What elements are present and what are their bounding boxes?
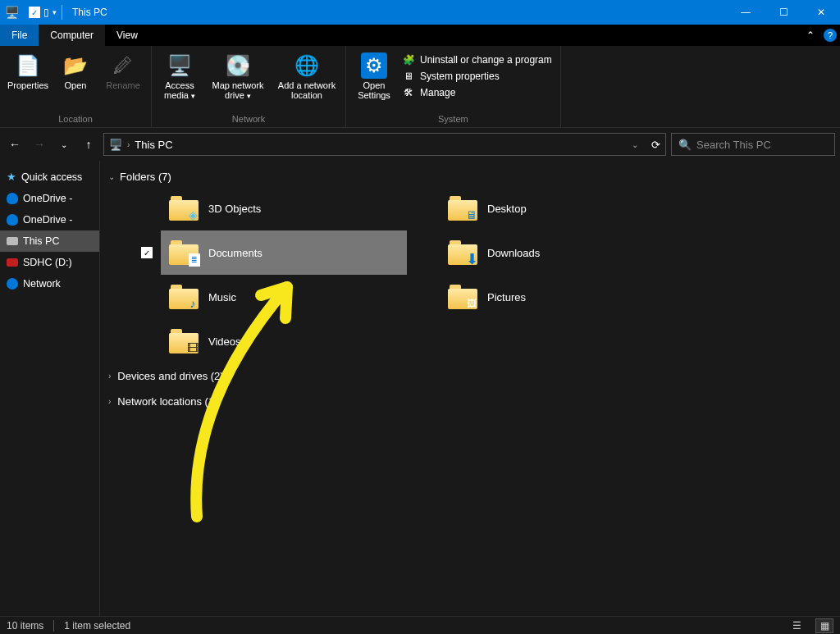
uninstall-program-button[interactable]: 🧩 Uninstall or change a program bbox=[399, 52, 555, 67]
close-button[interactable]: ✕ bbox=[802, 0, 840, 25]
sidebar-label: Network bbox=[23, 278, 61, 290]
manage-button[interactable]: 🛠 Manage bbox=[399, 85, 555, 100]
folder-label: Pictures bbox=[487, 291, 526, 303]
folder-icon: ⬇ bbox=[448, 240, 477, 265]
selection-checkbox[interactable]: ✓ bbox=[141, 247, 153, 258]
group-network-label: Network locations (1) bbox=[117, 395, 217, 408]
group-folders[interactable]: ⌄ Folders (7) bbox=[103, 167, 837, 186]
recent-locations-button[interactable]: ⌄ bbox=[54, 135, 74, 154]
refresh-button[interactable]: ⟳ bbox=[651, 139, 660, 151]
navigation-row: ← → ⌄ ↑ 🖥️ › This PC ⌄ ⟳ 🔍 Search This P… bbox=[0, 128, 840, 161]
folder-3d-objects[interactable]: ◈ 3D Objects bbox=[161, 186, 407, 230]
tab-computer[interactable]: Computer bbox=[39, 25, 105, 46]
sd-card-icon bbox=[7, 258, 18, 267]
tiles-view-button[interactable]: ▦ bbox=[815, 618, 833, 633]
folder-label: Videos bbox=[208, 335, 241, 348]
sidebar-label: SDHC (D:) bbox=[23, 257, 72, 268]
minimize-button[interactable]: — bbox=[727, 0, 765, 25]
manage-label: Manage bbox=[420, 87, 455, 98]
up-button[interactable]: ↑ bbox=[79, 135, 98, 154]
properties-label: Properties bbox=[7, 80, 48, 90]
sidebar-label: This PC bbox=[23, 235, 59, 247]
open-button[interactable]: 📂 Open bbox=[52, 49, 98, 94]
manage-icon: 🛠 bbox=[402, 86, 415, 99]
properties-button[interactable]: 📄 Properties bbox=[5, 49, 51, 94]
rename-label: Rename bbox=[106, 80, 140, 90]
star-icon: ★ bbox=[7, 171, 16, 183]
navigation-pane: ★ Quick access OneDrive - OneDrive - Thi… bbox=[0, 161, 100, 616]
status-selected-count: 1 item selected bbox=[64, 620, 130, 632]
cloud-icon bbox=[7, 193, 18, 204]
help-button[interactable]: ? bbox=[820, 25, 840, 46]
open-icon: 📂 bbox=[62, 52, 89, 79]
folder-label: 3D Objects bbox=[208, 203, 261, 215]
collapse-ribbon-button[interactable]: ⌃ bbox=[801, 25, 820, 46]
status-bar: 10 items 1 item selected ☰ ▦ bbox=[0, 616, 840, 634]
search-icon: 🔍 bbox=[678, 139, 692, 151]
system-properties-label: System properties bbox=[420, 71, 500, 82]
settings-icon: ⚙ bbox=[361, 52, 387, 79]
qat-folder-icon[interactable]: ▯ bbox=[43, 7, 49, 18]
folder-music[interactable]: ♪ Music bbox=[161, 275, 407, 319]
folder-pictures[interactable]: 🖼 Pictures bbox=[440, 275, 686, 319]
address-pc-icon: 🖥️ bbox=[109, 139, 122, 151]
group-label-network: Network bbox=[157, 112, 340, 125]
maximize-button[interactable]: ☐ bbox=[765, 0, 802, 25]
folder-icon: 🎞 bbox=[169, 329, 199, 353]
folder-icon: 🖼 bbox=[448, 285, 477, 309]
rename-icon: 🖉 bbox=[110, 52, 136, 79]
ribbon-tabs: File Computer View ⌃ ? bbox=[0, 25, 840, 46]
chevron-down-icon: ⌄ bbox=[108, 172, 115, 181]
qat-checkbox-icon[interactable]: ✓ bbox=[29, 7, 40, 18]
add-network-location-button[interactable]: 🌐 Add a network location bbox=[273, 49, 340, 103]
chevron-right-icon: › bbox=[108, 397, 111, 406]
sidebar-item-this-pc[interactable]: This PC bbox=[0, 230, 99, 252]
back-button[interactable]: ← bbox=[5, 135, 25, 154]
folder-icon: ◈ bbox=[169, 196, 199, 221]
network-icon bbox=[7, 278, 18, 290]
folder-label: Documents bbox=[208, 247, 262, 259]
open-label: Open bbox=[65, 80, 87, 90]
address-crumb-separator: › bbox=[127, 140, 130, 149]
system-properties-button[interactable]: 🖥 System properties bbox=[399, 69, 555, 84]
content-pane: ⌄ Folders (7) ◈ 3D Objects ✓ ≣ Documents… bbox=[100, 161, 840, 616]
folder-label: Downloads bbox=[487, 247, 540, 259]
group-label-location: Location bbox=[5, 112, 146, 125]
group-network-locations[interactable]: › Network locations (1) bbox=[103, 389, 837, 414]
access-media-label: Access media ▾ bbox=[158, 80, 201, 100]
sidebar-item-network[interactable]: Network bbox=[0, 273, 99, 294]
ribbon: 📄 Properties 📂 Open 🖉 Rename Location 🖥️… bbox=[0, 46, 840, 128]
details-view-button[interactable]: ☰ bbox=[788, 618, 806, 633]
explorer-icon: 🖥️ bbox=[5, 6, 19, 19]
open-settings-label: Open Settings bbox=[353, 80, 395, 100]
address-bar[interactable]: 🖥️ › This PC ⌄ ⟳ bbox=[103, 133, 666, 156]
folder-desktop[interactable]: 🖥 Desktop bbox=[440, 186, 686, 230]
sidebar-item-onedrive[interactable]: OneDrive - bbox=[0, 209, 99, 230]
qat-dropdown-icon[interactable]: ▾ bbox=[52, 8, 57, 16]
folder-label: Desktop bbox=[487, 203, 527, 215]
group-devices-label: Devices and drives (2) bbox=[117, 370, 223, 382]
uninstall-label: Uninstall or change a program bbox=[420, 54, 552, 66]
rename-button: 🖉 Rename bbox=[100, 49, 146, 94]
group-folders-label: Folders (7) bbox=[120, 171, 171, 183]
uninstall-icon: 🧩 bbox=[402, 53, 415, 66]
group-devices[interactable]: › Devices and drives (2) bbox=[103, 363, 837, 389]
tab-file[interactable]: File bbox=[0, 25, 39, 46]
folder-videos[interactable]: 🎞 Videos bbox=[161, 319, 407, 363]
map-drive-button[interactable]: 💽 Map network drive ▾ bbox=[204, 49, 272, 103]
sidebar-item-sdhc[interactable]: SDHC (D:) bbox=[0, 252, 99, 273]
map-drive-label: Map network drive ▾ bbox=[206, 80, 270, 100]
search-box[interactable]: 🔍 Search This PC bbox=[671, 133, 835, 156]
folder-documents[interactable]: ✓ ≣ Documents bbox=[161, 230, 407, 275]
address-crumb[interactable]: This PC bbox=[135, 139, 172, 151]
folder-label: Music bbox=[208, 291, 236, 303]
open-settings-button[interactable]: ⚙ Open Settings bbox=[351, 49, 397, 103]
sidebar-item-quick-access[interactable]: ★ Quick access bbox=[0, 166, 99, 188]
tab-view[interactable]: View bbox=[105, 25, 149, 46]
chevron-right-icon: › bbox=[108, 372, 111, 381]
sidebar-item-onedrive[interactable]: OneDrive - bbox=[0, 188, 99, 209]
title-bar: 🖥️ ✓ ▯ ▾ This PC — ☐ ✕ bbox=[0, 0, 840, 25]
access-media-button[interactable]: 🖥️ Access media ▾ bbox=[157, 49, 203, 103]
address-dropdown-icon[interactable]: ⌄ bbox=[632, 140, 638, 149]
folder-downloads[interactable]: ⬇ Downloads bbox=[440, 230, 686, 275]
